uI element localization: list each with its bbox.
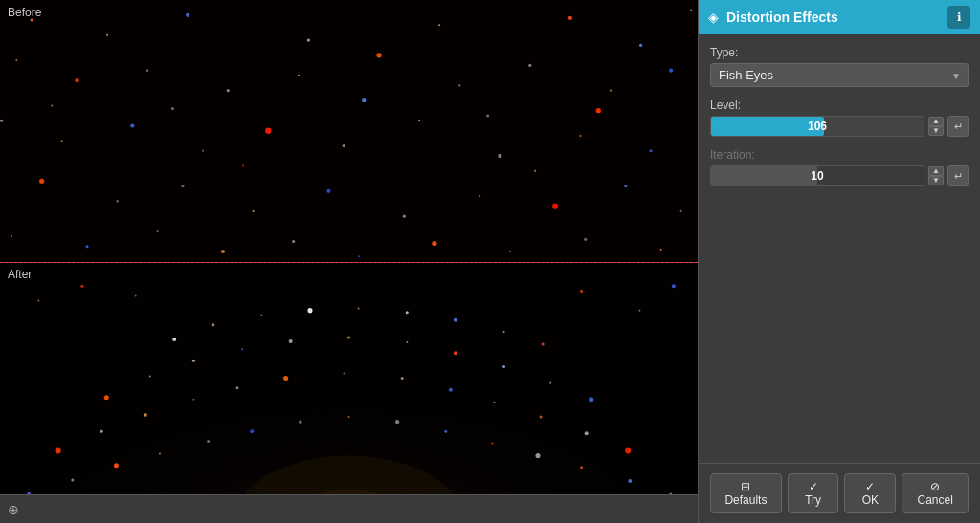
level-spin-up[interactable]: ▲ [928,117,944,126]
svg-point-32 [181,185,184,187]
level-spinbox[interactable]: ▲ ▼ [928,117,944,136]
svg-point-8 [690,9,692,11]
iteration-spin-up[interactable]: ▲ [928,166,944,176]
svg-point-64 [260,314,262,316]
svg-point-11 [146,70,148,72]
svg-point-110 [37,299,39,301]
svg-point-67 [406,311,409,314]
panel-content: Type: Fish Eyes Spherize Pinch Twirl Wav… [699,34,980,463]
svg-point-114 [638,309,640,311]
svg-point-30 [39,179,44,184]
svg-point-65 [307,308,312,313]
before-starfield [0,0,698,262]
iteration-spinbox[interactable]: ▲ ▼ [928,166,944,185]
svg-point-25 [418,120,420,121]
iteration-slider-fill [711,166,817,185]
level-slider-row: 106 ▲ ▼ ↵ [710,116,969,137]
svg-point-71 [104,395,109,400]
info-icon-button[interactable]: ℹ [947,6,970,29]
svg-point-63 [212,323,214,326]
panel-title: Distortion Effects [726,10,940,25]
svg-point-108 [628,478,632,482]
panel-header: ◈ Distortion Effects ℹ [699,0,980,34]
iteration-label: Iteration: [710,148,969,162]
iteration-spin-down[interactable]: ▼ [928,176,944,185]
svg-point-41 [85,245,88,248]
svg-point-2 [106,34,108,36]
svg-point-93 [585,431,589,435]
level-slider-container[interactable]: 106 [710,116,924,137]
svg-point-94 [625,447,631,453]
before-label: Before [8,6,41,19]
ok-button[interactable]: ✓ OK [844,473,896,513]
svg-point-115 [672,284,676,288]
svg-point-28 [649,149,652,152]
after-section: After [0,262,698,524]
svg-point-73 [192,359,195,361]
svg-point-85 [192,398,194,400]
level-label: Level: [710,98,969,112]
defaults-button[interactable]: ⊟ Defaults [710,473,782,513]
svg-point-6 [568,16,572,20]
svg-point-38 [624,185,627,187]
svg-point-49 [660,249,662,251]
before-section: Before [0,0,698,262]
svg-point-37 [552,203,558,208]
level-spin-down[interactable]: ▼ [928,126,944,136]
zoom-icon: ⊕ [8,502,19,517]
iteration-slider-container[interactable]: 10 [710,165,924,186]
type-dropdown[interactable]: Fish Eyes Spherize Pinch Twirl Wave Ripp… [710,63,969,87]
svg-point-79 [502,364,505,367]
svg-point-80 [549,381,551,383]
svg-point-66 [358,307,360,309]
svg-point-18 [669,69,673,73]
level-save-preset-button[interactable]: ↵ [947,116,969,137]
right-panel: ◈ Distortion Effects ℹ Type: Fish Eyes S… [698,0,980,523]
after-starfield [0,262,698,524]
svg-point-81 [589,397,593,402]
bottom-toolbar: ⊕ [0,494,698,523]
svg-point-47 [509,251,511,252]
svg-point-75 [289,339,293,343]
svg-point-92 [540,415,543,418]
svg-point-83 [100,429,103,432]
svg-point-26 [498,154,501,158]
svg-point-12 [227,89,230,92]
svg-point-74 [241,348,243,350]
iteration-slider-track[interactable]: 10 [710,165,924,186]
preview-area: Before [0,0,698,523]
svg-point-55 [534,170,536,172]
try-button[interactable]: ✓ Try [788,473,838,513]
type-dropdown-wrapper: Fish Eyes Spherize Pinch Twirl Wave Ripp… [710,63,969,87]
svg-point-54 [486,114,489,117]
svg-point-50 [51,104,53,106]
type-label: Type: [710,46,969,59]
svg-point-42 [157,230,159,232]
svg-point-16 [528,64,531,67]
svg-point-84 [144,413,147,417]
svg-point-51 [171,107,174,110]
svg-point-43 [221,250,225,253]
svg-point-112 [135,294,137,296]
svg-point-44 [292,240,295,243]
svg-point-19 [0,120,3,122]
svg-point-113 [580,289,583,292]
iteration-save-preset-button[interactable]: ↵ [947,165,969,186]
svg-point-7 [639,44,642,47]
svg-point-34 [326,189,330,193]
svg-point-69 [503,330,505,332]
cancel-button[interactable]: ⊘ Cancel [902,473,969,513]
after-label: After [8,268,32,281]
svg-point-5 [438,24,440,26]
panel-footer: ⊟ Defaults ✓ Try ✓ OK ⊘ Cancel [699,463,980,523]
svg-point-76 [347,336,350,338]
svg-point-15 [458,84,460,86]
svg-point-96 [71,478,74,481]
svg-point-82 [56,447,61,453]
svg-point-4 [307,38,310,41]
svg-point-53 [362,98,366,102]
svg-point-27 [579,135,581,137]
level-slider-track[interactable]: 106 [710,116,924,137]
level-slider-fill [711,117,824,136]
svg-point-24 [343,144,345,147]
